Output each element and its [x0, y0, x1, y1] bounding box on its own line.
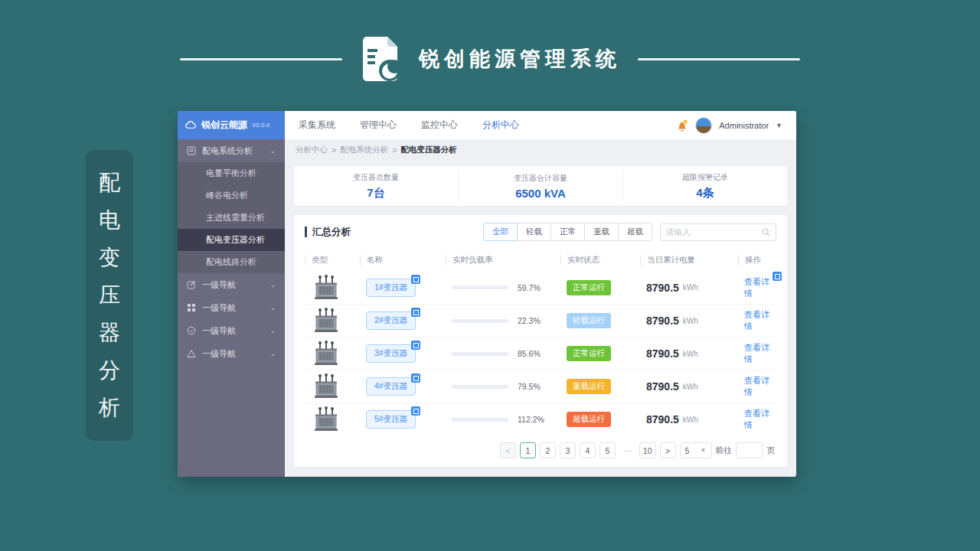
sidebar-item-nav-2[interactable]: 一级导航 ⌄	[178, 296, 285, 319]
stat-transformer-count: 变压器总数量 7台	[294, 169, 459, 204]
sidebar-group-distribution-analysis[interactable]: 配电系统分析 ⌄	[178, 139, 285, 162]
top-navbar: 采集系统 管理中心 监控中心 分析中心 Administrator ▼	[285, 111, 796, 139]
view-details-link[interactable]: 查看详情	[744, 408, 776, 431]
next-page-button[interactable]: >	[660, 442, 676, 458]
jump-label: 前往	[716, 445, 732, 456]
avatar[interactable]	[695, 117, 712, 134]
side-tag-char: 分	[99, 356, 120, 385]
column-header-action: 操作	[738, 255, 776, 266]
name-cell: 1#变压器	[360, 279, 446, 297]
status-cell: 轻载运行	[560, 313, 640, 328]
view-details-link[interactable]: 查看详情	[744, 276, 776, 299]
topnav-management-center[interactable]: 管理中心	[360, 119, 397, 132]
filter-heavy-button[interactable]: 重载	[584, 223, 619, 241]
topnav-collect-system[interactable]: 采集系统	[299, 119, 335, 132]
sidebar-item-label: 电量平衡分析	[206, 168, 256, 179]
sidebar-item-nav-3[interactable]: 一级导航 ⌄	[178, 319, 285, 342]
page-title: 锐创能源管理系统	[419, 45, 621, 73]
type-cell	[305, 340, 360, 367]
page-button[interactable]: 1	[520, 442, 536, 458]
energy-unit: kWh	[683, 383, 698, 391]
sidebar-item-peak-valley[interactable]: 峰谷电分析	[178, 184, 285, 207]
view-details-label: 查看详情	[744, 409, 769, 429]
sidebar-item-nav-4[interactable]: 一级导航 ⌄	[178, 342, 285, 365]
page-button[interactable]: 2	[540, 442, 556, 458]
energy-value: 8790.5	[646, 315, 679, 327]
column-header-type: 类型	[305, 255, 360, 266]
notice-badge-icon	[773, 272, 782, 281]
breadcrumb-item[interactable]: 配电系统分析	[340, 145, 388, 155]
table-header: 类型 名称 实时负载率 实时状态 当日累计电量 操作	[305, 251, 776, 271]
side-tag-char: 电	[99, 206, 120, 235]
topnav-monitor-center[interactable]: 监控中心	[421, 119, 458, 132]
page-button[interactable]: 4	[580, 442, 596, 458]
side-tag-char: 配	[99, 168, 120, 197]
action-cell: 查看详情	[738, 408, 776, 431]
view-details-label: 查看详情	[744, 376, 769, 396]
load-progress-track	[452, 319, 508, 323]
column-header-status: 实时状态	[560, 255, 640, 266]
status-badge: 正常运行	[567, 346, 611, 361]
status-badge: 正常运行	[567, 280, 611, 295]
filter-light-button[interactable]: 轻载	[517, 223, 551, 241]
transformer-name-button[interactable]: 4#变压器	[366, 377, 416, 396]
page-size-select[interactable]: 5 ▼	[680, 442, 712, 458]
name-cell: 5#变压器	[360, 410, 446, 429]
transformer-name-button[interactable]: 2#变压器	[366, 311, 416, 330]
sidebar-item-power-balance[interactable]: 电量平衡分析	[178, 162, 285, 184]
action-cell: 查看详情	[738, 375, 776, 398]
load-progress-track	[452, 418, 508, 422]
page-button[interactable]: 10	[639, 442, 656, 458]
load-rate-value: 59.7%	[518, 283, 541, 292]
status-cell: 正常运行	[560, 280, 640, 295]
transformer-name-button[interactable]: 3#变压器	[366, 344, 416, 363]
transformer-name: 5#变压器	[374, 414, 407, 423]
transformer-name-button[interactable]: 5#变压器	[366, 410, 416, 429]
filter-normal-button[interactable]: 正常	[550, 223, 585, 241]
sidebar-item-main-line-demand[interactable]: 主进线需量分析	[178, 207, 285, 229]
bell-icon[interactable]	[676, 119, 688, 132]
transformer-icon	[311, 373, 341, 400]
grid-icon	[187, 303, 196, 312]
load-progress-track	[452, 385, 508, 389]
user-name[interactable]: Administrator	[719, 121, 769, 130]
jump-page-input[interactable]	[736, 442, 763, 458]
ellipsis-pages[interactable]: ···	[619, 442, 635, 458]
transformer-name-button[interactable]: 1#变压器	[366, 279, 416, 297]
sidebar-item-label: 一级导航	[202, 325, 236, 337]
status-badge: 重载运行	[567, 379, 611, 394]
view-details-link[interactable]: 查看详情	[744, 342, 776, 365]
name-cell: 2#变压器	[360, 311, 446, 330]
breadcrumb-item[interactable]: 分析中心	[296, 145, 328, 155]
stat-total-capacity: 变压器合计容量 6500 kVA	[459, 170, 623, 203]
view-details-link[interactable]: 查看详情	[744, 309, 776, 332]
cloud-icon	[185, 121, 197, 129]
sidebar-item-nav-1[interactable]: 一级导航 ⌄	[178, 273, 285, 296]
sidebar-group-label: 配电系统分析	[202, 145, 253, 157]
chevron-down-icon: ⌄	[270, 147, 276, 155]
table-row: 5#变压器 112.2% 超载运行 8790.5 kWh 查看详情	[305, 403, 776, 435]
load-rate-value: 85.6%	[518, 349, 541, 358]
search-input[interactable]	[666, 227, 757, 236]
breadcrumb-current: 配电变压器分析	[400, 145, 457, 155]
page-button[interactable]: 3	[560, 442, 576, 458]
chevron-down-icon[interactable]: ▼	[776, 122, 782, 129]
page-banner: 锐创能源管理系统	[0, 34, 980, 84]
view-details-link[interactable]: 查看详情	[744, 375, 776, 398]
type-cell	[305, 373, 360, 400]
sidebar-item-line-analysis[interactable]: 配电线路分析	[178, 251, 285, 273]
app-logo-name: 锐创云能源	[201, 119, 247, 132]
topnav-analysis-center[interactable]: 分析中心	[482, 119, 519, 132]
stat-alarm-records: 超限报警记录 4条	[623, 169, 787, 204]
filter-over-button[interactable]: 超载	[618, 223, 652, 241]
page-button[interactable]: 5	[599, 442, 616, 458]
content-area: 变压器总数量 7台 变压器合计容量 6500 kVA 超限报警记录 4条 汇总分…	[285, 160, 796, 477]
prev-page-button[interactable]: <	[500, 442, 516, 458]
sidebar-item-transformer-analysis[interactable]: 配电变压器分析	[178, 229, 285, 251]
energy-value: 8790.5	[646, 347, 679, 360]
table-row: 4#变压器 79.5% 重载运行 8790.5 kWh 查看详情	[305, 370, 776, 403]
chevron-down-icon: ⌄	[270, 281, 276, 289]
filter-all-button[interactable]: 全部	[483, 223, 518, 241]
stat-label: 超限报警记录	[623, 172, 787, 183]
load-rate-cell: 22.3%	[446, 316, 560, 325]
